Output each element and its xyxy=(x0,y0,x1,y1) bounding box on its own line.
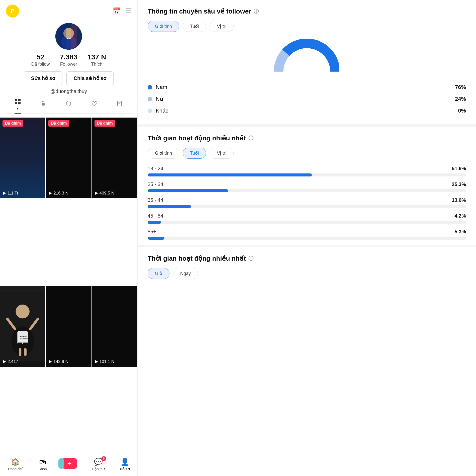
activity-time-title: Thời gian hoạt động nhiều nhất ⓘ xyxy=(148,134,466,142)
activity-time-section: Thời gian hoạt động nhiều nhất ⓘ Giới tí… xyxy=(148,134,466,240)
grid-icon xyxy=(15,98,21,107)
info-icon[interactable]: ⓘ xyxy=(254,8,259,15)
lock-icon xyxy=(40,100,46,109)
bar-pct-0: 51.6% xyxy=(452,166,466,171)
tab-saved[interactable] xyxy=(116,100,123,111)
gender-legend: Nam 76% Nữ 24% Khác 0% xyxy=(148,81,466,117)
filter-gender[interactable]: Giới tính xyxy=(148,21,179,32)
bar-pct-2: 13.6% xyxy=(452,197,466,203)
bar-label-0: 18 - 24 xyxy=(148,166,163,171)
nav-shop-label: Shop xyxy=(39,467,47,471)
stat-followers: 7.383 Follower xyxy=(60,53,77,67)
bar-label-3: 45 - 54 xyxy=(148,213,163,219)
nav-shop[interactable]: 🛍 Shop xyxy=(39,458,47,471)
saved-icon xyxy=(116,100,123,109)
inbox-badge: 5 xyxy=(101,456,106,461)
section-divider xyxy=(138,124,476,127)
bar-pct-4: 5.3% xyxy=(454,229,466,235)
video-cell[interactable]: Emirates FLY BETTER 2.417 xyxy=(0,286,45,367)
profile-section: 52 Đã follow 7.383 Follower 137 N Thích … xyxy=(0,20,137,118)
app-logo: P xyxy=(6,5,19,18)
filter-gender-2[interactable]: Giới tính xyxy=(148,148,179,159)
share-profile-button[interactable]: Chia sẻ hồ sơ xyxy=(66,71,114,85)
tab-private[interactable] xyxy=(40,100,46,111)
view-count: 1,1 Tr xyxy=(3,191,18,196)
svg-marker-12 xyxy=(49,192,52,195)
activity-time2-section: Thời gian hoạt động nhiều nhất ⓘ Giờ Ngà… xyxy=(148,255,466,279)
tab-grid[interactable]: ▾ xyxy=(15,98,21,113)
section-divider-2 xyxy=(138,245,476,247)
video-cell[interactable]: Đã ghim 216,3 N xyxy=(46,118,91,198)
menu-icon[interactable]: ☰ xyxy=(126,7,131,15)
bar-25-34: 25 - 34 25.3% xyxy=(148,181,466,192)
filter-age-2[interactable]: Tuổi xyxy=(183,148,206,159)
svg-rect-8 xyxy=(18,102,21,104)
stats-row: 52 Đã follow 7.383 Follower 137 N Thích xyxy=(31,53,106,67)
edit-profile-button[interactable]: Sửa hồ sơ xyxy=(24,71,62,85)
tab-liked[interactable] xyxy=(91,100,98,111)
nav-inbox-label: Hộp thư xyxy=(92,467,105,471)
following-label: Đã follow xyxy=(31,62,50,67)
nav-home[interactable]: 🏠 Trang chủ xyxy=(8,458,24,471)
bar-fill-3 xyxy=(148,221,161,224)
info-icon-2[interactable]: ⓘ xyxy=(248,135,253,142)
male-dot xyxy=(148,85,152,89)
legend-male: Nam 76% xyxy=(148,81,466,93)
other-dot xyxy=(148,109,152,113)
info-icon-3[interactable]: ⓘ xyxy=(248,255,253,262)
gender-chart xyxy=(148,39,466,74)
follower-filter-tabs: Giới tính Tuổi Vị trí xyxy=(148,21,466,32)
svg-rect-20 xyxy=(23,343,28,349)
pinned-badge: Đã ghim xyxy=(48,120,69,127)
content-tabs: ▾ xyxy=(5,96,132,114)
bar-track-4 xyxy=(148,237,466,240)
view-count: 216,3 N xyxy=(48,191,68,196)
bar-18-24: 18 - 24 51.6% xyxy=(148,166,466,176)
svg-rect-22 xyxy=(24,348,27,356)
bar-fill-0 xyxy=(148,173,312,176)
right-panel: Thông tin chuyên sâu về follower ⓘ Giới … xyxy=(138,0,476,476)
top-bar-right: 📅 ☰ xyxy=(113,7,131,15)
likes-label: Thích xyxy=(91,62,103,67)
filter-age[interactable]: Tuổi xyxy=(183,21,206,32)
filter-day[interactable]: Ngày xyxy=(173,268,198,279)
calendar-icon[interactable]: 📅 xyxy=(113,7,121,15)
activity-filter-tabs: Giới tính Tuổi Vị trí xyxy=(148,148,466,159)
bar-35-44: 35 - 44 13.6% xyxy=(148,197,466,208)
legend-other: Khác 0% xyxy=(148,105,466,117)
svg-rect-9 xyxy=(42,103,45,106)
avatar xyxy=(55,23,82,50)
bar-label-1: 25 - 34 xyxy=(148,181,163,187)
tab-grid-dropdown[interactable]: ▾ xyxy=(17,107,19,111)
male-pct: 76% xyxy=(455,84,466,90)
bar-track-0 xyxy=(148,173,466,176)
action-buttons: Sửa hồ sơ Chia sẻ hồ sơ xyxy=(24,71,114,85)
view-count: 101,1 N xyxy=(94,359,115,364)
video-cell[interactable]: Đã ghim 1,1 Tr xyxy=(0,118,45,198)
filter-location-2[interactable]: Vị trí xyxy=(210,148,234,159)
bar-track-1 xyxy=(148,189,466,192)
svg-marker-26 xyxy=(3,360,6,363)
create-button[interactable] xyxy=(62,458,77,469)
following-count: 52 xyxy=(37,53,44,61)
bar-label-2: 35 - 44 xyxy=(148,197,163,203)
nav-inbox[interactable]: 💬 5 Hộp thư xyxy=(92,458,105,471)
svg-rect-16 xyxy=(17,331,28,344)
tab-repost[interactable] xyxy=(65,100,72,111)
svg-rect-21 xyxy=(19,348,21,356)
video-cell[interactable]: Đã ghim 409,5 N xyxy=(92,118,137,198)
filter-location[interactable]: Vị trí xyxy=(210,21,234,32)
female-pct: 24% xyxy=(455,96,466,102)
svg-text:FLY BETTER: FLY BETTER xyxy=(20,338,29,340)
follower-insight-title: Thông tin chuyên sâu về follower ⓘ xyxy=(148,8,466,15)
nav-create[interactable] xyxy=(62,458,77,469)
view-count: 143,9 N xyxy=(48,359,68,364)
filter-hour[interactable]: Giờ xyxy=(148,268,169,279)
nav-profile[interactable]: 👤 Hồ sơ xyxy=(120,458,130,471)
video-cell[interactable]: 143,9 N xyxy=(46,286,91,367)
pinned-badge: Đã ghim xyxy=(3,120,23,127)
follower-label: Follower xyxy=(60,62,77,67)
activity2-filter-tabs: Giờ Ngày xyxy=(148,268,466,279)
video-cell[interactable]: 101,1 N xyxy=(92,286,137,367)
bar-label-4: 55+ xyxy=(148,229,156,235)
